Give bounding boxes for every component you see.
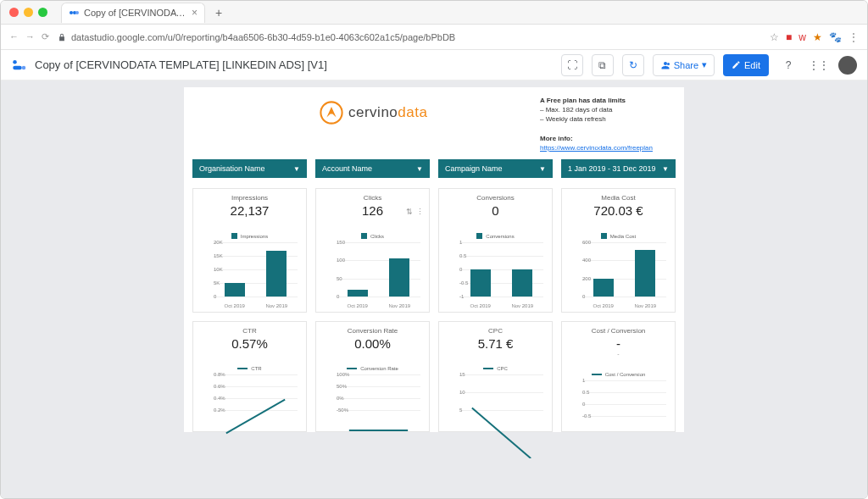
svg-line-7: [226, 400, 285, 434]
brand-logo: cervinodata: [320, 101, 427, 125]
more-icon[interactable]: ⋮: [416, 208, 424, 216]
bar-chart: 10.50-0.5-1 Oct 2019Nov 2019: [444, 242, 547, 308]
ext-icon-3[interactable]: ★: [813, 31, 822, 43]
metric-label: Cost / Conversion: [567, 327, 670, 335]
browser-menu-icon[interactable]: ⋮: [849, 31, 859, 43]
bar-chart: 150100500 Oct 2019Nov 2019: [321, 242, 424, 308]
metric-card-media-cost[interactable]: Media Cost 720.03 € Media Cost 600400200…: [561, 188, 676, 313]
user-avatar[interactable]: [838, 56, 857, 75]
metric-card-impressions[interactable]: Impressions 22,137 Impressions 20K15K10K…: [192, 188, 307, 313]
chevron-down-icon: ▼: [662, 165, 669, 173]
ext-icon-2[interactable]: w: [798, 31, 806, 43]
bar-chart: 20K15K10K5K0 Oct 2019Nov 2019: [198, 242, 301, 308]
browser-titlebar: Copy of [CERVINODATA TEMP… × +: [1, 1, 867, 25]
report-canvas: cervinodata A Free plan has data limits …: [1, 80, 867, 498]
pencil-icon: [732, 60, 741, 69]
chart-legend: CTR: [198, 366, 301, 371]
metric-label: Clicks: [321, 194, 424, 202]
nav-arrows: ← → ⟳: [9, 31, 49, 42]
metric-label: Conversion Rate: [321, 327, 424, 335]
extension-icons: ☆ ■ w ★ 🐾 ⋮: [770, 31, 859, 43]
metric-value: 720.03 €: [567, 203, 670, 218]
datastudio-favicon-icon: [69, 8, 79, 18]
copy-icon[interactable]: ⧉: [592, 54, 614, 76]
metric-card-cpc[interactable]: CPC 5.71 € CPC 15105: [438, 321, 553, 432]
metric-label: Impressions: [198, 194, 301, 202]
chart-legend: Cost / Conversion: [567, 372, 670, 377]
cervinodata-logo-icon: [320, 101, 343, 125]
svg-point-2: [75, 11, 79, 14]
metric-card-conversion-rate[interactable]: Conversion Rate 0.00% Conversion Rate 10…: [315, 321, 430, 432]
chevron-down-icon: ▾: [702, 59, 707, 70]
report-title: Copy of [CERVINODATA TEMPLATE] [LINKEDIN…: [35, 58, 553, 71]
chart-legend: Conversions: [444, 233, 547, 239]
refresh-icon[interactable]: ↻: [622, 54, 644, 76]
help-icon[interactable]: ?: [777, 54, 799, 76]
bar-chart: 6004002000 Oct 2019Nov 2019: [567, 242, 670, 308]
maximize-window-icon[interactable]: [38, 8, 47, 17]
share-button[interactable]: Share ▾: [653, 54, 715, 76]
sort-icon[interactable]: ⇅: [406, 208, 413, 216]
filter-date-range[interactable]: 1 Jan 2019 - 31 Dec 2019▼: [561, 159, 676, 178]
ext-icon-1[interactable]: ■: [786, 31, 792, 43]
metric-label: CTR: [198, 327, 301, 335]
chart-legend: Media Cost: [567, 233, 670, 239]
chevron-down-icon: ▼: [416, 165, 423, 173]
datastudio-header: Copy of [CERVINODATA TEMPLATE] [LINKEDIN…: [1, 50, 867, 80]
ext-icon-4[interactable]: 🐾: [829, 31, 842, 43]
svg-point-0: [70, 11, 73, 14]
filter-organisation[interactable]: Organisation Name▼: [192, 159, 307, 178]
close-tab-icon[interactable]: ×: [192, 7, 198, 19]
filter-account[interactable]: Account Name▼: [315, 159, 430, 178]
filter-campaign[interactable]: Campaign Name▼: [438, 159, 553, 178]
chart-legend: Clicks: [321, 233, 424, 239]
star-icon[interactable]: ☆: [770, 31, 779, 43]
metric-value: -: [567, 336, 670, 351]
svg-rect-4: [13, 65, 22, 69]
reload-icon[interactable]: ⟳: [42, 31, 49, 42]
metric-label: Media Cost: [567, 194, 670, 202]
svg-point-5: [22, 65, 26, 69]
metric-value: 5.71 €: [444, 336, 547, 351]
line-chart: 10.50-0.5: [567, 380, 670, 428]
chart-legend: Conversion Rate: [321, 366, 424, 371]
svg-line-9: [472, 408, 531, 458]
metric-card-conversions[interactable]: Conversions 0 Conversions 10.50-0.5-1 Oc…: [438, 188, 553, 313]
url-text: datastudio.google.com/u/0/reporting/b4aa…: [71, 32, 455, 42]
close-window-icon[interactable]: [9, 8, 19, 17]
metric-value: 0.00%: [321, 336, 424, 351]
tab-title: Copy of [CERVINODATA TEMP…: [84, 8, 186, 18]
browser-tab[interactable]: Copy of [CERVINODATA TEMP… ×: [61, 3, 205, 23]
window-controls: [9, 8, 47, 17]
metric-label: CPC: [444, 327, 547, 335]
plan-info: A Free plan has data limits – Max. 182 d…: [540, 96, 676, 152]
url-field[interactable]: datastudio.google.com/u/0/reporting/b4aa…: [58, 32, 761, 42]
share-icon: [660, 60, 670, 70]
metric-value: 22,137: [198, 203, 301, 218]
freeplan-link[interactable]: https://www.cervinodata.com/freeplan: [540, 144, 653, 152]
fullscreen-icon[interactable]: ⛶: [561, 54, 583, 76]
apps-icon[interactable]: ⋮⋮: [808, 54, 830, 76]
back-icon[interactable]: ←: [9, 31, 19, 42]
edit-button[interactable]: Edit: [723, 54, 769, 76]
datastudio-logo-icon: [11, 58, 26, 73]
metric-label: Conversions: [444, 194, 547, 202]
metric-card-ctr[interactable]: CTR 0.57% CTR 0.8%0.6%0.4%0.2%: [192, 321, 307, 432]
line-chart: 100%50%0%-50%: [321, 374, 424, 422]
lock-icon: [58, 33, 66, 42]
new-tab-icon[interactable]: +: [215, 6, 222, 19]
minimize-window-icon[interactable]: [24, 8, 33, 17]
metric-value: 0.57%: [198, 336, 301, 351]
chevron-down-icon: ▼: [539, 165, 546, 173]
forward-icon[interactable]: →: [25, 31, 35, 42]
metric-card-cost-conversion[interactable]: Cost / Conversion - - Cost / Conversion …: [561, 321, 676, 432]
chart-legend: Impressions: [198, 233, 301, 239]
chart-legend: CPC: [444, 366, 547, 371]
svg-point-3: [13, 60, 17, 64]
line-chart: 0.8%0.6%0.4%0.2%: [198, 374, 301, 422]
line-chart: 15105: [444, 374, 547, 422]
report-page: cervinodata A Free plan has data limits …: [184, 87, 684, 432]
metric-card-clicks[interactable]: Clicks 126 ⇅⋮ Clicks 150100500 Oct 2019N…: [315, 188, 430, 313]
browser-address-bar: ← → ⟳ datastudio.google.com/u/0/reportin…: [1, 25, 867, 50]
metric-value: 0: [444, 203, 547, 218]
